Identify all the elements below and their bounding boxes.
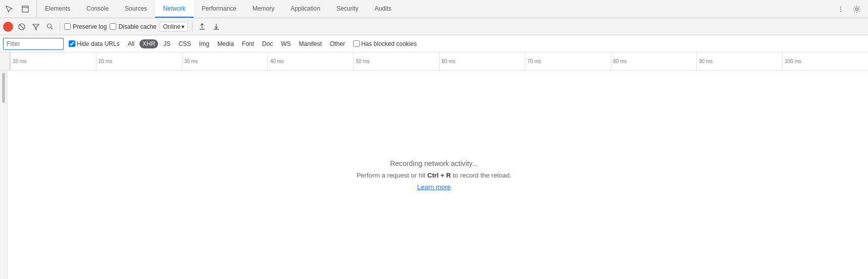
- learn-more-link[interactable]: Learn more: [417, 183, 451, 191]
- ruler-tick: 10 ms: [10, 52, 96, 70]
- tab-security[interactable]: Security: [328, 0, 366, 18]
- filter-font-button[interactable]: Font: [239, 39, 257, 48]
- filter-js-button[interactable]: JS: [160, 39, 173, 48]
- hide-data-urls-checkbox[interactable]: [69, 40, 75, 47]
- filter-other-button[interactable]: Other: [327, 39, 348, 48]
- tab-elements[interactable]: Elements: [37, 0, 78, 18]
- devtools-icons: [2, 0, 37, 18]
- more-options-icon[interactable]: ⋮: [834, 2, 848, 16]
- main-content: Recording network activity... Perform a …: [0, 71, 868, 279]
- dock-icon[interactable]: [18, 2, 32, 16]
- settings-icon[interactable]: [850, 2, 864, 16]
- cursor-icon[interactable]: [2, 2, 16, 16]
- tab-sources[interactable]: Sources: [117, 0, 155, 18]
- tab-network[interactable]: Network: [155, 0, 194, 18]
- ruler-tick: 90 ms: [696, 52, 782, 70]
- toolbar-divider-1: [60, 22, 60, 32]
- clear-button[interactable]: [16, 21, 27, 32]
- recording-message: Recording network activity... Perform a …: [357, 159, 512, 191]
- throttle-selector[interactable]: Online ▾: [160, 22, 188, 32]
- ruler-tick: 60 ms: [439, 52, 525, 70]
- ruler-tick: 20 ms: [96, 52, 182, 70]
- ruler-tick: 40 ms: [267, 52, 353, 70]
- has-blocked-cookies-checkbox[interactable]: [353, 40, 360, 47]
- tab-performance[interactable]: Performance: [194, 0, 245, 18]
- download-har-button[interactable]: [211, 21, 222, 32]
- tab-audits[interactable]: Audits: [366, 0, 399, 18]
- disable-cache-checkbox[interactable]: [110, 23, 116, 30]
- filter-ws-button[interactable]: WS: [278, 39, 294, 48]
- filter-input[interactable]: [3, 38, 64, 50]
- filter-img-button[interactable]: Img: [196, 39, 212, 48]
- network-toolbar: Preserve log Disable cache Online ▾: [0, 18, 868, 35]
- has-blocked-cookies-label[interactable]: Has blocked cookies: [350, 39, 420, 48]
- ruler-tick: 80 ms: [611, 52, 697, 70]
- recording-hint: Perform a request or hit Ctrl + R to rec…: [357, 172, 512, 179]
- preserve-log-label[interactable]: Preserve log: [64, 23, 107, 30]
- svg-point-5: [47, 24, 52, 28]
- filter-bar: Hide data URLs All XHR JS CSS Img Media …: [0, 35, 868, 52]
- tab-console[interactable]: Console: [78, 0, 117, 18]
- filter-doc-button[interactable]: Doc: [259, 39, 276, 48]
- timeline-ruler: 10 ms20 ms30 ms40 ms50 ms60 ms70 ms80 ms…: [10, 52, 868, 70]
- tab-application[interactable]: Application: [282, 0, 328, 18]
- scrollbar-thumb[interactable]: [2, 73, 5, 103]
- keyboard-shortcut: Ctrl + R: [427, 172, 451, 179]
- filter-manifest-button[interactable]: Manifest: [296, 39, 325, 48]
- toolbar-divider-2: [192, 22, 192, 32]
- ruler-tick: 50 ms: [353, 52, 439, 70]
- svg-rect-0: [22, 6, 28, 12]
- filter-all-button[interactable]: All: [125, 39, 137, 48]
- ruler-tick: 70 ms: [525, 52, 611, 70]
- recording-title: Recording network activity...: [357, 159, 512, 168]
- filter-media-button[interactable]: Media: [214, 39, 237, 48]
- preserve-log-checkbox[interactable]: [64, 23, 71, 30]
- svg-point-2: [856, 8, 858, 10]
- record-button[interactable]: [3, 22, 13, 32]
- search-button[interactable]: [44, 21, 56, 32]
- svg-line-6: [51, 27, 53, 29]
- filter-requests-button[interactable]: [30, 21, 41, 32]
- disable-cache-label[interactable]: Disable cache: [110, 23, 156, 30]
- throttle-dropdown-icon: ▾: [181, 23, 184, 30]
- filter-css-button[interactable]: CSS: [175, 39, 194, 48]
- ruler-tick: 100 ms: [782, 52, 868, 70]
- tab-bar-right: ⋮: [834, 0, 868, 18]
- timeline-header: 10 ms20 ms30 ms40 ms50 ms60 ms70 ms80 ms…: [0, 52, 868, 71]
- tab-memory[interactable]: Memory: [245, 0, 282, 18]
- filter-xhr-button[interactable]: XHR: [139, 39, 158, 48]
- ruler-tick: 30 ms: [182, 52, 268, 70]
- left-scrollbar[interactable]: [0, 71, 8, 279]
- svg-line-4: [20, 25, 24, 29]
- tab-bar: Elements Console Sources Network Perform…: [0, 0, 868, 18]
- timeline-left-bar: [0, 52, 10, 70]
- hide-data-urls-label[interactable]: Hide data URLs: [66, 39, 123, 48]
- upload-har-button[interactable]: [197, 21, 208, 32]
- tab-list: Elements Console Sources Network Perform…: [37, 0, 834, 18]
